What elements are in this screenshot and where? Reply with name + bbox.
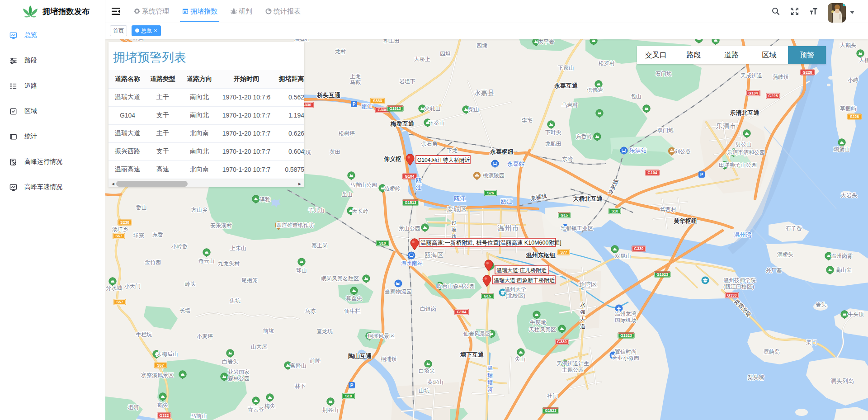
svg-text:(北校区): (北校区) xyxy=(505,293,525,299)
svg-text:白岩头: 白岩头 xyxy=(222,359,238,365)
svg-text:瓯: 瓯 xyxy=(416,177,422,184)
svg-text:尖山: 尖山 xyxy=(515,356,526,362)
svg-text:余石角: 余石角 xyxy=(421,141,438,147)
svg-text:黄田: 黄田 xyxy=(330,149,340,155)
svg-text:塘: 塘 xyxy=(487,379,493,386)
svg-text:射公山: 射公山 xyxy=(736,141,752,147)
svg-text:牛头顶: 牛头顶 xyxy=(848,311,864,317)
svg-text:当家物流园: 当家物流园 xyxy=(385,288,412,295)
svg-text:温州湾: 温州湾 xyxy=(734,231,752,238)
svg-text:小天门: 小天门 xyxy=(124,283,141,289)
svg-text:范桥岭: 范桥岭 xyxy=(384,185,401,192)
svg-text:瓯江: 瓯江 xyxy=(361,103,373,110)
svg-text:陶山互通: 陶山互通 xyxy=(348,353,372,359)
svg-text:天柱风景区: 天柱风景区 xyxy=(529,326,556,333)
svg-text:双门炮: 双门炮 xyxy=(657,127,674,133)
svg-text:桐浦镇: 桐浦镇 xyxy=(380,356,397,362)
svg-text:石子岙: 石子岙 xyxy=(785,225,802,231)
svg-text:球山: 球山 xyxy=(296,267,307,274)
svg-text:瑞: 瑞 xyxy=(487,372,493,378)
svg-text:乐清北互通: 乐清北互通 xyxy=(730,109,760,116)
svg-text:永嘉站: 永嘉站 xyxy=(507,160,525,167)
svg-text:东湾: 东湾 xyxy=(562,156,573,162)
svg-text:S57: S57 xyxy=(157,363,164,368)
svg-text:仰义枢: 仰义枢 xyxy=(383,156,401,162)
svg-text:小麦坪: 小麦坪 xyxy=(197,333,213,340)
svg-text:四连碓造纸作坊: 四连碓造纸作坊 xyxy=(276,222,314,228)
svg-text:太平岩: 太平岩 xyxy=(538,39,554,45)
svg-text:G15: G15 xyxy=(484,294,491,298)
svg-text:下家山: 下家山 xyxy=(558,65,574,71)
svg-text:温瑞大道:庄儿桥附近: 温瑞大道:庄儿桥附近 xyxy=(496,267,547,274)
svg-text:东岙岭: 东岙岭 xyxy=(576,133,592,140)
svg-text:外厂基: 外厂基 xyxy=(766,267,782,274)
svg-text:上龙: 上龙 xyxy=(350,73,361,80)
svg-text:四埭: 四埭 xyxy=(476,42,487,49)
svg-text:柴山: 柴山 xyxy=(468,106,479,113)
svg-text:塘下互通: 塘下互通 xyxy=(460,351,484,358)
svg-text:尾抱笼: 尾抱笼 xyxy=(241,277,258,283)
svg-text:产业小微园: 产业小微园 xyxy=(612,355,639,361)
svg-text:高山尖: 高山尖 xyxy=(835,267,852,273)
svg-text:松树坪: 松树坪 xyxy=(339,130,355,137)
svg-text:汤垟乡: 汤垟乡 xyxy=(112,226,128,232)
svg-text:梨头嘴: 梨头嘴 xyxy=(748,374,764,381)
svg-text:和上田: 和上田 xyxy=(383,39,400,44)
svg-text:温州岗背: 温州岗背 xyxy=(831,253,853,259)
svg-text:架门: 架门 xyxy=(806,339,817,345)
svg-text:梅岙互通: 梅岙互通 xyxy=(390,120,415,127)
svg-text:天长岭: 天长岭 xyxy=(352,208,368,214)
svg-text:前坑: 前坑 xyxy=(263,328,274,334)
svg-text:吹台山森林公园: 吹台山森林公园 xyxy=(437,283,475,289)
svg-text:道: 道 xyxy=(580,323,585,330)
svg-text:瓯海区: 瓯海区 xyxy=(425,251,443,259)
svg-text:G1513: G1513 xyxy=(405,200,416,205)
svg-text:河: 河 xyxy=(487,387,493,393)
svg-text:温丽高速:一新桥附近, 桩号位置[温丽高速 K10M600附: 温丽高速:一新桥附近, 桩号位置[温丽高速 K10M600附近] xyxy=(420,240,561,246)
svg-text:G228: G228 xyxy=(803,70,812,75)
svg-text:G228: G228 xyxy=(769,94,778,98)
svg-text:山大屋: 山大屋 xyxy=(251,344,267,350)
svg-text:温州大学: 温州大学 xyxy=(505,286,526,293)
svg-text:方山乡: 方山乡 xyxy=(191,207,208,213)
svg-text:G322: G322 xyxy=(160,413,169,418)
svg-text:桃源陵园: 桃源陵园 xyxy=(483,172,505,179)
svg-text:S333: S333 xyxy=(373,99,382,103)
svg-text:上朱山: 上朱山 xyxy=(230,245,246,251)
svg-text:S77: S77 xyxy=(560,250,567,255)
svg-text:永: 永 xyxy=(580,302,585,308)
svg-text:景山公园: 景山公园 xyxy=(399,225,420,231)
svg-text:桥头互通: 桥头互通 xyxy=(316,92,341,99)
svg-text:龙船田: 龙船田 xyxy=(545,141,561,147)
svg-text:东岙: 东岙 xyxy=(152,231,163,238)
svg-text:S10: S10 xyxy=(345,394,352,398)
svg-text:国际机场: 国际机场 xyxy=(615,317,637,323)
svg-text:蒲岐镇: 蒲岐镇 xyxy=(773,74,789,80)
svg-text:G104: G104 xyxy=(457,310,467,314)
svg-text:S26: S26 xyxy=(487,191,494,195)
svg-text:岷岗风景名胜区: 岷岗风景名胜区 xyxy=(321,275,359,282)
svg-text:白塔尖: 白塔尖 xyxy=(419,368,435,374)
svg-text:叶岚: 叶岚 xyxy=(133,39,144,41)
svg-text:分水城: 分水城 xyxy=(106,285,122,291)
svg-text:前降: 前降 xyxy=(310,358,321,364)
svg-text:瓯江: 瓯江 xyxy=(500,198,512,205)
svg-text:刘公谷: 刘公谷 xyxy=(675,148,691,155)
svg-text:直龙坑: 直龙坑 xyxy=(316,328,333,335)
svg-text:温州南站: 温州南站 xyxy=(401,260,423,266)
svg-text:黄泥山: 黄泥山 xyxy=(427,379,443,385)
svg-text:霓屿岛: 霓屿岛 xyxy=(764,349,780,355)
svg-text:天河街道计生: 天河街道计生 xyxy=(557,360,589,367)
svg-text:宫降山: 宫降山 xyxy=(290,363,307,369)
svg-text:寨上岗: 寨上岗 xyxy=(311,242,328,249)
svg-text:G1523: G1523 xyxy=(620,333,632,338)
svg-text:马前山: 马前山 xyxy=(191,413,207,419)
svg-text:大鹅头: 大鹅头 xyxy=(840,42,856,48)
svg-text:S57: S57 xyxy=(116,300,123,304)
svg-text:岙山: 岙山 xyxy=(136,204,147,211)
svg-text:乌冻: 乌冻 xyxy=(305,308,316,314)
svg-text:G104:瓯江特大桥附近: G104:瓯江特大桥附近 xyxy=(417,157,470,163)
svg-text:仙岩风景区: 仙岩风景区 xyxy=(463,330,491,337)
svg-text:强: 强 xyxy=(580,309,585,315)
svg-text:G15: G15 xyxy=(561,213,568,217)
